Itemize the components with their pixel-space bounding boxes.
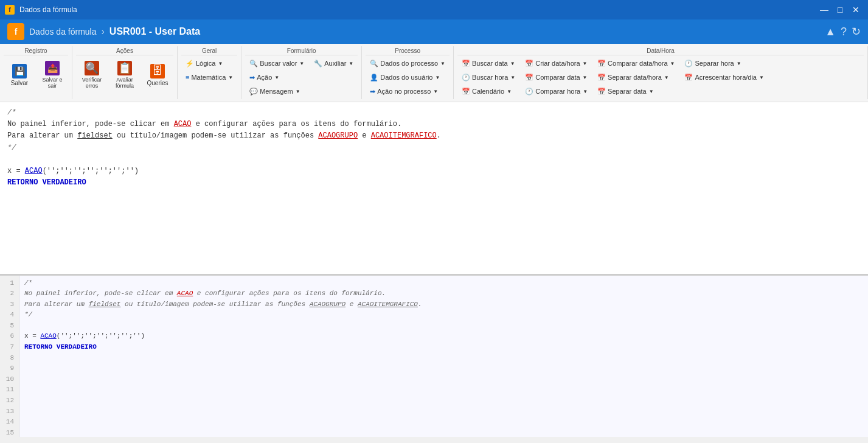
processo-col: 🔍 Dados do processo ▼ 👤 Dados do usuário… [366, 57, 450, 98]
editor-top-line1: /* [7, 107, 861, 119]
buscar-data-button[interactable]: 📅 Buscar data ▼ [457, 57, 519, 70]
separar-data-button[interactable]: 📅 Separar data ▼ [593, 85, 679, 98]
data-hora-col2: 📅 Criar data/hora ▼ 📅 Comparar data ▼ 🕐 … [521, 57, 592, 98]
ribbon-group-acoes-label: Ações [76, 47, 173, 55]
calendario-button[interactable]: 📅 Calendário ▼ [457, 85, 519, 98]
editor-top[interactable]: /* No painel inferior, pode-se clicar em… [0, 102, 868, 276]
code-line-2: No painel inferior, pode-se clicar em AC… [24, 288, 863, 299]
salvar-sair-icon: 📤 [45, 61, 60, 75]
breadcrumb-icon: f [7, 23, 24, 40]
breadcrumb-separator: › [102, 26, 105, 37]
auxiliar-button[interactable]: 🔧 Auxiliar ▼ [310, 57, 358, 70]
salvar-sair-button[interactable]: 📤 Salvar e sair [36, 57, 68, 93]
queries-button[interactable]: 🗄 Queries [142, 57, 173, 93]
ribbon: Registro 💾 Salvar 📤 Salvar e sair Ações … [0, 44, 868, 102]
ribbon-group-acoes: Ações 🔍 Verificar erros 📋 Avaliar fórmul… [72, 46, 178, 99]
line-numbers: 1 2 3 4 5 6 7 8 9 10 11 12 13 14 15 16 1… [0, 276, 19, 438]
ribbon-group-data-hora-items: 📅 Buscar data ▼ 🕐 Buscar hora ▼ 📅 Calend… [457, 57, 864, 98]
acao-processo-button[interactable]: ➡ Ação no processo ▼ [366, 85, 450, 98]
formulario-col: 🔍 Buscar valor ▼ ➡ Ação ▼ 💬 Mensagem ▼ [245, 57, 308, 98]
code-line-14 [24, 417, 863, 428]
buscar-hora-button[interactable]: 🕐 Buscar hora ▼ [457, 71, 519, 84]
separar-hora-button[interactable]: 🕐 Separar hora ▼ [680, 57, 768, 70]
breadcrumb-current: USR001 - User Data [109, 26, 200, 37]
ribbon-group-formulario-items: 🔍 Buscar valor ▼ ➡ Ação ▼ 💬 Mensagem ▼ [245, 57, 358, 98]
dados-usuario-button[interactable]: 👤 Dados do usuário ▼ [366, 71, 450, 84]
acrescentar-hora-dia-button[interactable]: 📅 Acrescentar hora/dia ▼ [680, 71, 768, 84]
breadcrumb-parent[interactable]: Dados da fórmula [29, 27, 97, 37]
comparar-data-hora-button[interactable]: 📅 Comparar data/hora ▼ [593, 57, 679, 70]
refresh-button[interactable]: ↻ [852, 25, 861, 38]
separar-data-hora-label: Separar data/hora [608, 74, 662, 81]
separar-hora-label: Separar hora [695, 60, 734, 67]
help-button[interactable]: ? [841, 25, 847, 38]
queries-icon: 🗄 [150, 64, 165, 78]
acao-processo-dropdown: ▼ [433, 89, 438, 94]
avaliar-formula-icon: 📋 [117, 61, 132, 75]
formulario-col2: 🔧 Auxiliar ▼ [310, 57, 358, 70]
ribbon-group-data-hora: Data/Hora 📅 Buscar data ▼ 🕐 Buscar hora … [454, 46, 868, 99]
code-line-15 [24, 428, 863, 437]
breadcrumb: f Dados da fórmula › USR001 - User Data [7, 23, 200, 40]
salvar-icon: 💾 [12, 64, 27, 78]
ribbon-group-registro: Registro 💾 Salvar 📤 Salvar e sair [0, 46, 72, 99]
buscar-valor-dropdown-arrow: ▼ [299, 61, 304, 66]
comparar-data-hora-label: Comparar data/hora [608, 60, 667, 67]
code-line-12 [24, 396, 863, 406]
ribbon-group-geral: Geral ⚡ Lógica ▼ ≡ Matemática ▼ [178, 46, 241, 99]
title-bar: f Dados da fórmula — □ ✕ [0, 0, 868, 19]
editor-top-line5 [7, 154, 861, 166]
salvar-button[interactable]: 💾 Salvar [4, 57, 35, 93]
editor-bottom[interactable]: 1 2 3 4 5 6 7 8 9 10 11 12 13 14 15 16 1… [0, 276, 868, 438]
code-line-3: Para alterar um fieldset ou título/image… [24, 299, 863, 310]
criar-data-hora-button[interactable]: 📅 Criar data/hora ▼ [521, 57, 592, 70]
minimize-button[interactable]: — [817, 2, 832, 17]
window-controls: — □ ✕ [817, 2, 863, 17]
buscar-data-label: Buscar data [472, 60, 508, 67]
dados-processo-dropdown: ▼ [440, 61, 445, 66]
collapse-button[interactable]: ▲ [825, 25, 836, 38]
comparar-hora-button[interactable]: 🕐 Comparar hora ▼ [521, 85, 592, 98]
comparar-data-button[interactable]: 📅 Comparar data ▼ [521, 71, 592, 84]
editor-top-line4: */ [7, 142, 861, 154]
separar-data-label: Separar data [608, 88, 647, 95]
data-hora-col3: 📅 Comparar data/hora ▼ 📅 Separar data/ho… [593, 57, 679, 98]
ribbon-group-formulario: Formulário 🔍 Buscar valor ▼ ➡ Ação ▼ 💬 [241, 46, 362, 99]
comparar-hora-label: Comparar hora [535, 88, 580, 95]
maximize-button[interactable]: □ [833, 2, 847, 17]
acao-dropdown-arrow: ▼ [274, 75, 279, 80]
verificar-erros-icon: 🔍 [85, 61, 99, 75]
separar-data-hora-button[interactable]: 📅 Separar data/hora ▼ [593, 71, 679, 84]
code-line-6: x = ACAO('';'';'';'';'';'';'') [24, 331, 863, 342]
avaliar-formula-button[interactable]: 📋 Avaliar fórmula [109, 57, 141, 93]
buscar-valor-button[interactable]: 🔍 Buscar valor ▼ [245, 57, 308, 70]
app-icon: f [5, 5, 15, 15]
ribbon-grupo-registro-items: 💾 Salvar 📤 Salvar e sair [4, 57, 68, 93]
code-area[interactable]: /* No painel inferior, pode-se clicar em… [19, 276, 868, 438]
acrescentar-hora-dia-label: Acrescentar hora/dia [695, 74, 757, 81]
matematica-button[interactable]: ≡ Matemática ▼ [181, 71, 237, 84]
code-line-5 [24, 321, 863, 332]
comparar-data-label: Comparar data [535, 74, 580, 81]
dados-processo-button[interactable]: 🔍 Dados do processo ▼ [366, 57, 450, 70]
breadcrumb-actions: ▲ ? ↻ [825, 25, 861, 38]
code-line-1: /* [24, 278, 863, 289]
title-bar-text: Dados da fórmula [19, 5, 77, 14]
ribbon-group-processo-items: 🔍 Dados do processo ▼ 👤 Dados do usuário… [366, 57, 450, 98]
acao-button[interactable]: ➡ Ação ▼ [245, 71, 308, 84]
buscar-hora-label: Buscar hora [472, 74, 508, 81]
mensagem-button[interactable]: 💬 Mensagem ▼ [245, 85, 308, 98]
verificar-erros-button[interactable]: 🔍 Verificar erros [76, 57, 108, 93]
logica-dropdown-arrow: ▼ [218, 61, 223, 66]
code-line-10 [24, 374, 863, 385]
ribbon-group-geral-items: ⚡ Lógica ▼ ≡ Matemática ▼ [181, 57, 237, 84]
ribbon-group-geral-label: Geral [181, 47, 237, 55]
logica-button[interactable]: ⚡ Lógica ▼ [181, 57, 237, 70]
calendario-label: Calendário [472, 88, 504, 95]
editor-top-line7: RETORNO VERDADEIRO [7, 177, 861, 189]
close-button[interactable]: ✕ [849, 2, 863, 17]
dados-usuario-dropdown: ▼ [436, 75, 440, 80]
editor-top-line6: x = ACAO('';'';'';'';'';'';'') [7, 166, 861, 177]
matematica-dropdown-arrow: ▼ [228, 75, 233, 80]
main-content: /* No painel inferior, pode-se clicar em… [0, 102, 868, 437]
